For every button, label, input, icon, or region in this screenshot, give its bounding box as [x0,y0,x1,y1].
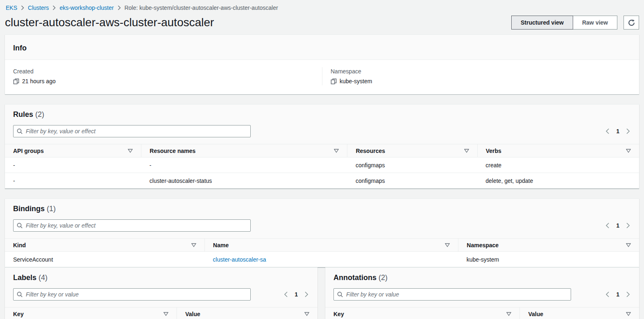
annotations-count: (2) [379,273,388,282]
bindings-table-header-row: Kind Name Namespace [5,239,639,252]
previous-page-button[interactable] [605,291,610,298]
table-row: - - configmaps create [5,157,639,173]
cell-verbs: delete, get, update [477,173,639,189]
info-panel: Info Created 21 hours ago Namespace [5,34,639,94]
service-account-link[interactable]: cluster-autoscaler-sa [213,256,266,263]
copy-icon[interactable] [331,78,337,84]
cell-api-groups: - [5,157,141,173]
page-number[interactable]: 1 [616,222,619,229]
annotations-filter-input[interactable] [333,288,571,301]
bindings-panel: Bindings (1) 1 Kind Name Namespace [5,198,639,267]
labels-table-header-row: Key Value [5,308,317,319]
column-filter-icon[interactable] [445,243,450,247]
refresh-button[interactable] [624,16,639,30]
rules-count: (2) [35,110,44,118]
column-header-value[interactable]: Value [177,308,317,319]
table-row: ServiceAccount cluster-autoscaler-sa kub… [5,252,639,267]
bindings-title: Bindings (1) [13,204,631,214]
column-filter-icon[interactable] [464,149,469,153]
next-page-button[interactable] [626,291,630,298]
rules-table: API groups Resource names Resources Verb… [5,144,639,189]
column-header-name[interactable]: Name [205,239,458,252]
next-page-button[interactable] [304,291,308,298]
column-header-api-groups[interactable]: API groups [5,144,141,157]
labels-pagination: 1 [284,291,309,298]
info-field-created: Created 21 hours ago [5,67,322,85]
cell-resources: configmaps [347,173,477,189]
info-panel-header: Info [5,35,639,60]
copy-icon[interactable] [13,78,19,84]
view-toggle: Structured view Raw view [511,16,617,30]
raw-view-button[interactable]: Raw view [573,16,617,30]
column-filter-icon[interactable] [334,149,339,153]
bindings-table: Kind Name Namespace ServiceAccount clust… [5,238,639,267]
previous-page-button[interactable] [605,222,610,229]
column-filter-icon[interactable] [626,312,631,316]
labels-title: Labels (4) [13,273,309,283]
refresh-icon [628,19,635,26]
column-filter-icon[interactable] [626,149,631,153]
bindings-toolbar: 1 [5,214,639,238]
structured-view-button[interactable]: Structured view [511,16,573,30]
annotations-panel: Annotations (2) 1 [325,267,639,319]
next-page-button[interactable] [626,128,630,134]
breadcrumb-link-clusters[interactable]: Clusters [28,5,49,11]
column-filter-icon[interactable] [128,149,133,153]
labels-table: Key Value [5,307,317,319]
page-number[interactable]: 1 [295,291,298,298]
column-header-value[interactable]: Value [520,308,639,319]
chevron-right-icon [52,5,56,10]
previous-page-button[interactable] [605,128,610,134]
previous-page-button[interactable] [284,291,288,298]
namespace-label: Namespace [331,67,631,75]
column-header-resources[interactable]: Resources [347,144,477,157]
labels-count: (4) [39,273,48,282]
table-row: - cluster-autoscaler-status configmaps d… [5,173,639,189]
page-number[interactable]: 1 [616,291,619,298]
rules-title: Rules (2) [13,109,631,119]
rules-panel: Rules (2) 1 API groups Resource names Re… [5,104,639,189]
created-label: Created [13,67,314,75]
column-header-namespace[interactable]: Namespace [458,239,639,252]
column-filter-icon[interactable] [626,243,631,247]
bindings-pagination: 1 [605,222,631,229]
column-filter-icon[interactable] [506,312,511,316]
column-header-kind[interactable]: Kind [5,239,205,252]
info-panel-content: Created 21 hours ago Namespace [5,60,639,94]
column-filter-icon[interactable] [191,243,196,247]
cell-namespace: kube-system [458,252,639,267]
annotations-table: Key Value [325,307,639,319]
labels-filter-input[interactable] [13,288,251,301]
breadcrumb-link-cluster-name[interactable]: eks-workshop-cluster [59,5,113,11]
column-header-key[interactable]: Key [325,308,520,319]
rules-filter-input[interactable] [13,125,251,137]
breadcrumb-current: Role: kube-system/cluster-autoscaler-aws… [125,5,278,11]
column-filter-icon[interactable] [163,312,168,316]
column-header-verbs[interactable]: Verbs [477,144,639,157]
page-title: cluster-autoscaler-aws-cluster-autoscale… [5,16,214,30]
cell-resources: configmaps [347,157,477,173]
cell-resource-names: - [141,157,347,173]
breadcrumb-link-eks[interactable]: EKS [6,5,17,11]
annotations-title: Annotations (2) [333,273,631,283]
bindings-count: (1) [47,205,56,213]
cell-verbs: create [477,157,639,173]
chevron-right-icon [118,5,121,10]
page-header: cluster-autoscaler-aws-cluster-autoscale… [0,11,644,30]
annotations-table-header-row: Key Value [325,308,639,319]
labels-panel: Labels (4) 1 Ke [5,267,317,319]
rules-pagination: 1 [605,128,631,134]
chevron-right-icon [21,5,24,10]
next-page-button[interactable] [626,222,630,229]
header-actions: Structured view Raw view [511,16,639,30]
page-number[interactable]: 1 [616,128,619,134]
created-value: 21 hours ago [22,77,56,85]
column-header-key[interactable]: Key [5,308,177,319]
column-filter-icon[interactable] [304,312,309,316]
bottom-row: Labels (4) 1 Ke [5,267,639,319]
annotations-toolbar: 1 [325,283,639,307]
bindings-filter-input[interactable] [13,219,251,232]
column-header-resource-names[interactable]: Resource names [141,144,347,157]
labels-toolbar: 1 [5,283,317,307]
info-title: Info [13,43,631,53]
